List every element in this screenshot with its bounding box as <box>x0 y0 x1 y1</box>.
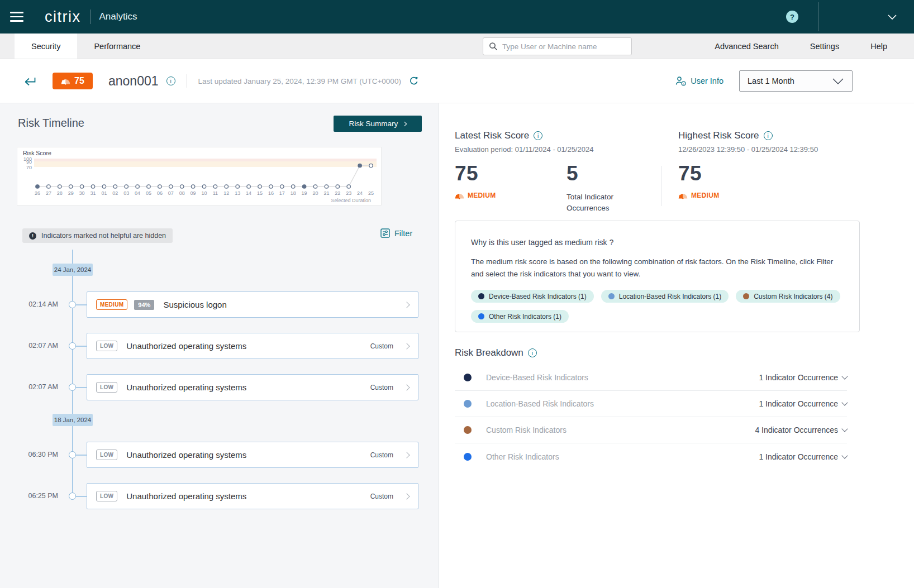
event-time: 02:07 AM <box>0 342 58 350</box>
risk-breakdown-row[interactable]: Device-Based Risk Indicators1 Indicator … <box>455 365 847 391</box>
timeline-event-row: 02:14 AMMEDIUM94%Suspicious logon <box>0 291 439 318</box>
latest-risk-score-value: 75 <box>455 162 478 185</box>
total-occurrences-value: 5 <box>567 162 578 185</box>
latest-risk-info-icon[interactable]: i <box>534 131 542 140</box>
risk-indicator-card[interactable]: LOWUnauthorized operating systemsCustom <box>87 333 418 359</box>
advanced-search-link[interactable]: Advanced Search <box>715 42 778 51</box>
svg-text:06: 06 <box>157 190 163 196</box>
risk-summary-button[interactable]: Risk Summary <box>334 116 422 132</box>
timeline-connector <box>76 455 87 456</box>
timeline-node <box>69 342 76 350</box>
indicator-tag: Custom <box>370 342 393 350</box>
timeline-node <box>69 384 76 391</box>
severity-badge: MEDIUM <box>96 299 127 310</box>
risk-indicator-card[interactable]: LOWUnauthorized operating systemsCustom <box>87 442 418 468</box>
highest-risk-level: MEDIUM <box>691 192 719 199</box>
svg-text:01: 01 <box>101 190 107 196</box>
risk-breakdown-row[interactable]: Custom Risk Indicators4 Indicator Occurr… <box>455 417 847 443</box>
timeline-connector <box>76 346 87 347</box>
refresh-button[interactable] <box>409 76 419 86</box>
indicator-tag: Custom <box>370 493 393 500</box>
help-link[interactable]: Help <box>870 42 887 51</box>
risk-factor-pill: Other Risk Indicators (1) <box>471 310 569 323</box>
svg-text:14: 14 <box>246 190 251 196</box>
indicator-title: Unauthorized operating systems <box>126 450 363 460</box>
search-icon <box>489 42 498 51</box>
svg-text:Risk Score: Risk Score <box>23 150 51 156</box>
hamburger-menu-icon[interactable] <box>0 0 34 34</box>
search-input[interactable] <box>502 42 626 51</box>
timeline-connector <box>76 304 87 305</box>
filter-button[interactable]: Filter <box>380 228 412 238</box>
chevron-down-icon <box>841 452 848 458</box>
risk-breakdown-row[interactable]: Other Risk Indicators1 Indicator Occurre… <box>455 443 847 470</box>
risk-indicator-card[interactable]: LOWUnauthorized operating systemsCustom <box>87 374 418 400</box>
risk-breakdown-info-icon[interactable]: i <box>528 348 537 357</box>
risk-explanation-box: Why is this user tagged as medium risk ?… <box>455 221 860 332</box>
indicator-title: Unauthorized operating systems <box>126 341 363 351</box>
timeline-date-chip: 24 Jan, 2024 <box>53 264 93 276</box>
risk-gauge-icon <box>61 78 70 85</box>
chevron-down-icon <box>841 426 848 432</box>
svg-text:02: 02 <box>112 190 118 196</box>
highest-risk-score-value: 75 <box>678 162 702 185</box>
svg-text:09: 09 <box>191 190 196 196</box>
event-time: 02:14 AM <box>0 300 58 308</box>
duration-dropdown[interactable]: Last 1 Month <box>739 70 853 92</box>
chevron-right-icon <box>403 384 410 390</box>
svg-text:31: 31 <box>90 190 96 196</box>
last-updated-text: Last updated January 25, 2024, 12:39 PM … <box>198 77 401 85</box>
timeline-event-row: 02:07 AMLOWUnauthorized operating system… <box>0 374 439 400</box>
risk-timeline-title: Risk Timeline <box>18 117 84 130</box>
total-occurrences-label: Total Indicator Occurrences <box>567 192 639 213</box>
risk-gauge-icon <box>678 192 688 199</box>
back-button[interactable] <box>23 75 37 87</box>
risk-breakdown-row[interactable]: Location-Based Risk Indicators1 Indicato… <box>455 391 847 417</box>
risk-indicator-card[interactable]: LOWUnauthorized operating systemsCustom <box>87 483 418 509</box>
svg-text:Selected Duration: Selected Duration <box>331 198 371 203</box>
tab-security[interactable]: Security <box>15 34 77 59</box>
svg-text:19: 19 <box>302 190 307 196</box>
timeline-node <box>69 493 76 500</box>
latest-risk-level: MEDIUM <box>468 192 496 199</box>
event-time: 02:07 AM <box>0 383 58 391</box>
risk-factor-pill: Device-Based Risk Indicators (1) <box>471 290 594 303</box>
category-color-dot <box>478 293 484 299</box>
hidden-indicators-notice: ! Indicators marked not helpful are hidd… <box>22 228 173 243</box>
highest-risk-score-title: Highest Risk Score <box>678 130 759 141</box>
risk-explanation-body: The medium risk score is based on the fo… <box>471 256 840 280</box>
user-info-button[interactable]: i User Info <box>675 76 723 86</box>
svg-text:21: 21 <box>323 190 329 196</box>
chevron-down-icon <box>887 13 897 20</box>
svg-text:i: i <box>683 82 684 85</box>
user-info-tooltip-icon[interactable]: i <box>166 77 175 85</box>
svg-text:11: 11 <box>213 190 218 196</box>
hidden-indicators-text: Indicators marked not helpful are hidden <box>41 232 166 240</box>
highest-risk-info-icon[interactable]: i <box>764 131 773 140</box>
confidence-badge: 94% <box>134 300 154 310</box>
svg-text:08: 08 <box>179 190 185 196</box>
svg-text:90: 90 <box>26 159 32 165</box>
product-name: Analytics <box>99 11 137 22</box>
search-box[interactable] <box>483 37 632 55</box>
risk-summary-label: Risk Summary <box>349 119 398 128</box>
userbar-divider <box>187 74 187 88</box>
pill-label: Custom Risk Indicators (4) <box>754 293 832 300</box>
svg-text:23: 23 <box>346 190 351 196</box>
category-color-dot <box>608 293 615 299</box>
svg-text:22: 22 <box>335 190 340 196</box>
tab-performance[interactable]: Performance <box>77 34 157 59</box>
help-icon[interactable]: ? <box>786 11 798 23</box>
alert-icon: ! <box>29 232 36 240</box>
svg-text:26: 26 <box>35 190 40 196</box>
risk-gauge-icon <box>455 192 464 199</box>
chevron-right-icon <box>402 121 407 126</box>
account-menu-chevron[interactable] <box>819 13 914 20</box>
severity-badge: LOW <box>96 382 117 393</box>
app-header: citrix Analytics ? <box>0 0 914 34</box>
svg-text:13: 13 <box>235 190 240 196</box>
risk-indicator-card[interactable]: MEDIUM94%Suspicious logon <box>87 291 418 318</box>
user-name: anon001 <box>108 74 159 89</box>
risk-score-chart: Risk Score100907026272829303101020304050… <box>17 147 382 205</box>
settings-link[interactable]: Settings <box>810 42 839 51</box>
